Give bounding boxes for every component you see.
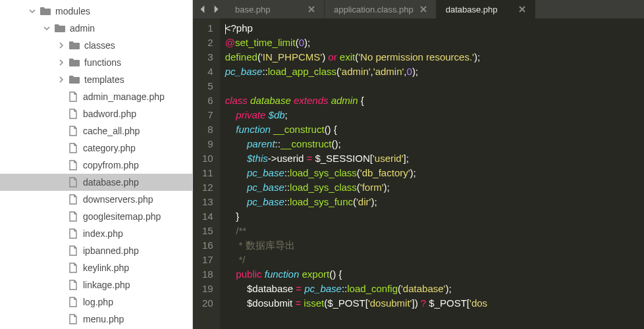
code-line[interactable]: defined('IN_PHPCMS') or exit('No permiss… [225,50,644,64]
tree-label: index.php [83,227,123,240]
tree-file[interactable]: menu.php [0,311,192,328]
code-line[interactable]: <?php [225,21,644,36]
line-number: 6 [202,93,213,108]
tree-label: admin_manage.php [83,90,165,103]
editor-tab[interactable]: database.php [437,0,535,18]
line-number: 11 [202,166,213,180]
file-icon [68,126,79,136]
code-line[interactable]: pc_base::load_app_class('admin','admin',… [225,64,644,79]
tree-file[interactable]: admin_manage.php [0,88,192,105]
line-number: 12 [202,180,213,195]
file-icon [68,280,79,290]
file-icon [68,143,79,153]
file-icon [68,263,79,273]
file-icon [68,194,79,205]
tree-file[interactable]: ipbanned.php [0,242,192,259]
close-icon[interactable] [308,6,315,13]
close-icon[interactable] [519,6,525,13]
line-number: 8 [202,122,213,137]
line-number: 1 [202,21,213,36]
code-line[interactable]: function __construct() { [225,122,644,137]
chevron-down-icon [28,7,37,16]
tree-label: log.php [83,295,113,309]
tree-file[interactable]: log.php [0,293,192,311]
code-line[interactable]: private $db; [225,108,644,122]
code-line[interactable]: * 数据库导出 [225,238,644,253]
code-line[interactable]: class database extends admin { [225,93,644,108]
tree-label: templates [84,73,124,86]
code-line[interactable] [225,79,644,93]
tree-folder[interactable]: templates [0,71,192,88]
tree-file[interactable]: category.php [0,139,192,157]
tree-folder-modules[interactable]: modules [0,3,192,20]
tree-file[interactable]: downservers.php [0,191,192,208]
tab-label: database.php [446,5,498,14]
tree-label: linkage.php [83,278,130,291]
code-line[interactable]: public function export() { [225,267,644,282]
line-number: 7 [202,108,213,122]
tree-file[interactable]: index.php [0,225,192,242]
code-line[interactable]: pc_base::load_sys_class('db_factory'); [225,166,644,180]
nav-arrows [193,5,226,14]
tree-folder[interactable]: classes [0,37,192,54]
nav-forward-icon[interactable] [211,5,221,14]
file-icon [68,160,79,170]
tree-label: cache_all.php [83,124,140,138]
nav-back-icon[interactable] [198,5,207,14]
code-line[interactable]: parent::__construct(); [225,137,644,151]
tree-label: functions [84,56,121,69]
chevron-down-icon [42,24,51,33]
line-number: 20 [202,296,213,311]
tree-label: classes [84,39,115,52]
tree-label: googlesitemap.php [83,210,161,223]
tree-label: category.php [83,141,136,155]
editor-topbar: base.phpapplication.class.phpdatabase.ph… [193,0,644,18]
line-number: 17 [202,253,213,267]
line-gutter: 1234567891011121314151617181920 [193,18,220,329]
code-line[interactable]: $database = pc_base::load_config('databa… [225,282,644,296]
code-editor[interactable]: 1234567891011121314151617181920 <?php@se… [193,18,644,329]
line-number: 15 [202,224,213,238]
tree-label: downservers.php [83,193,153,206]
tree-file[interactable]: badword.php [0,105,192,122]
line-number: 4 [202,64,213,79]
tree-file[interactable]: cache_all.php [0,122,192,139]
code-line[interactable]: */ [225,253,644,267]
tree-file[interactable]: keylink.php [0,259,192,276]
code-line[interactable]: } [225,209,644,224]
folder-icon [54,22,66,34]
line-number: 3 [202,50,213,64]
tree-file[interactable]: copyfrom.php [0,157,192,174]
close-icon[interactable] [420,6,427,13]
file-icon [68,109,79,119]
file-tree-sidebar[interactable]: modules admin classesfunctionstemplates … [0,0,193,329]
line-number: 9 [202,137,213,151]
tree-label: menu.php [83,313,124,326]
tree-folder-admin[interactable]: admin [0,20,192,37]
tree-file[interactable]: database.php [0,174,192,191]
code-line[interactable]: /** [225,224,644,238]
tree-folder[interactable]: functions [0,54,192,71]
folder-icon [68,39,80,51]
tree-label: database.php [83,176,139,189]
code-line[interactable]: $dosubmit = isset($_POST['dosubmit']) ? … [225,296,644,311]
code-line[interactable]: $this->userid = $_SESSION['userid']; [225,151,644,166]
tree-file[interactable]: linkage.php [0,276,192,293]
tree-label: admin [70,22,95,35]
tree-file[interactable]: googlesitemap.php [0,208,192,225]
tree-label: keylink.php [83,261,129,274]
tab-bar: base.phpapplication.class.phpdatabase.ph… [226,0,644,18]
code-line[interactable]: @set_time_limit(0); [225,36,644,50]
editor-area: base.phpapplication.class.phpdatabase.ph… [193,0,644,329]
code-line[interactable]: pc_base::load_sys_class('form'); [225,180,644,195]
code-content[interactable]: <?php@set_time_limit(0);defined('IN_PHPC… [220,18,644,329]
tree-label: copyfrom.php [83,159,139,172]
editor-tab[interactable]: base.php [226,0,325,18]
tab-label: application.class.php [334,5,414,14]
file-icon [68,228,79,239]
editor-tab[interactable]: application.class.php [325,0,437,18]
line-number: 13 [202,195,213,209]
chevron-right-icon [57,75,66,84]
line-number: 14 [202,209,213,224]
code-line[interactable]: pc_base::load_sys_func('dir'); [225,195,644,209]
